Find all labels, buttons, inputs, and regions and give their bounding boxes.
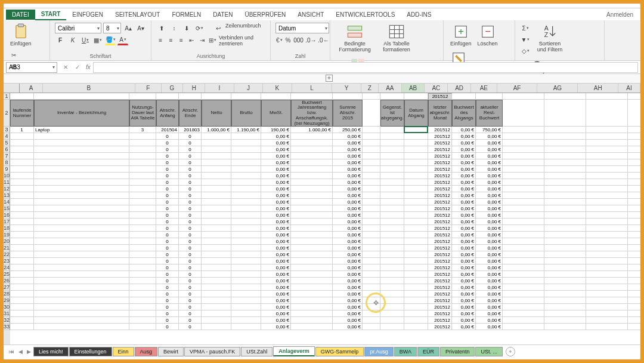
colhead-AC[interactable]: AC [425,84,448,93]
rowhead-2[interactable]: 2 [4,100,10,127]
tab-nav-first[interactable]: ⏮ [7,349,16,355]
colhead-F[interactable]: F [135,84,162,93]
tab-einfuegen[interactable]: EINFÜGEN [66,10,109,20]
rowhead-32[interactable]: 32 [4,317,10,324]
rowhead-29[interactable]: 29 [4,297,10,304]
sheet-tab-ausg[interactable]: Ausg [135,347,158,356]
rowhead-18[interactable]: 18 [4,225,10,232]
underline-button[interactable]: U [80,35,91,45]
colhead-L[interactable]: L [292,84,333,93]
clear-button[interactable]: ◇ [520,45,531,56]
rowhead-15[interactable]: 15 [4,205,10,212]
rowhead-25[interactable]: 25 [4,271,10,278]
tab-seitenlayout[interactable]: SEITENLAYOUT [109,10,166,20]
percent-button[interactable]: % [285,35,292,45]
sheet-tab-e-r[interactable]: EÜR [417,347,439,356]
sheet-tab-gwg-sammelp[interactable]: GWG-Sammelp [315,347,364,356]
rowhead-30[interactable]: 30 [4,304,10,310]
indent-decrease-button[interactable]: ⇤ [187,35,196,45]
rowhead-11[interactable]: 11 [4,179,10,186]
rowhead-6[interactable]: 6 [4,146,10,153]
border-button[interactable]: ▦ [92,35,103,45]
colhead-AE[interactable]: AE [471,84,497,93]
format-as-table-button[interactable]: Als Tabelle formatieren [377,23,416,53]
sheet-tab-pr-ausg[interactable]: pr.Ausg [364,347,394,356]
decimal-increase-button[interactable]: .0→ [305,35,316,45]
sheet-tab-anlageverm[interactable]: Anlageverm [273,346,315,356]
rowhead-5[interactable]: 5 [4,140,10,146]
sheet-tab-bewirt[interactable]: Bewirt [158,347,184,356]
colhead-AB[interactable]: AB [402,84,425,93]
rowhead-19[interactable]: 19 [4,232,10,238]
rowhead-21[interactable]: 21 [4,245,10,251]
colhead-G[interactable]: G [162,84,184,93]
orientation-button[interactable]: ⟳ [194,23,205,33]
colhead-Y[interactable]: Y [332,84,361,93]
align-center-button[interactable]: ≡ [166,35,175,45]
enter-formula-icon[interactable]: ✓ [73,64,82,70]
sort-filter-button[interactable]: AZ Sortieren und Filtern [533,23,566,53]
rowhead-27[interactable]: 27 [4,284,10,291]
italic-button[interactable]: K [67,35,78,45]
rowhead-17[interactable]: 17 [4,219,10,225]
fx-icon[interactable]: fx [86,64,91,70]
sheet-tab-vpma-pausch-fk[interactable]: VPMA - pausch.FK [184,347,240,356]
delete-cells-button[interactable]: − Löschen [476,23,500,47]
tab-ueberpruefen[interactable]: ÜBERPRÜFEN [239,10,292,20]
rowhead-13[interactable]: 13 [4,192,10,199]
sheet-tab-einn[interactable]: Einn [113,347,134,356]
rowhead-24[interactable]: 24 [4,264,10,271]
rowhead-33[interactable]: 33 [4,324,10,330]
sheet-tab-bwa[interactable]: BWA [394,347,417,356]
thousands-button[interactable]: 000 [293,35,304,45]
tab-nav-next[interactable]: ▶ [25,349,33,355]
group-expand-button[interactable]: + [326,75,333,82]
rowhead-1[interactable]: 1 [4,93,10,100]
add-sheet-button[interactable]: + [506,347,515,356]
rowhead-7[interactable]: 7 [4,153,10,159]
paste-button[interactable]: Einfügen [8,23,33,47]
currency-button[interactable]: € [275,35,283,45]
colhead-AA[interactable]: AA [379,84,402,93]
number-format-combo[interactable]: Datum [275,23,329,33]
tab-addins[interactable]: ADD-INS [401,10,437,20]
rowhead-4[interactable]: 4 [4,133,10,140]
align-bottom-button[interactable]: ⬇ [181,23,192,33]
name-box[interactable]: AB3 [6,62,57,73]
insert-cells-button[interactable]: + Einfügen [448,23,473,47]
tab-file[interactable]: DATEI [6,10,35,20]
rowhead-20[interactable]: 20 [4,238,10,245]
decrease-font-button[interactable]: A▾ [135,23,146,33]
increase-font-button[interactable]: A▴ [123,23,134,33]
tab-daten[interactable]: DATEN [207,10,239,20]
colhead-AD[interactable]: AD [448,84,471,93]
colhead-I[interactable]: I [205,84,234,93]
align-top-button[interactable]: ⬆ [156,23,167,33]
rowhead-8[interactable]: 8 [4,159,10,166]
merge-button[interactable]: ⊞ [208,35,217,45]
colhead-A[interactable]: A [20,84,43,93]
autosum-button[interactable]: Σ [520,23,531,33]
colhead-H[interactable]: H [183,84,205,93]
row-headers[interactable]: 1234567891011121314151617181920212223242… [4,93,10,357]
rowhead-31[interactable]: 31 [4,310,10,317]
colhead-B[interactable]: B [43,84,135,93]
decimal-decrease-button[interactable]: .0← [318,35,329,45]
colhead-AG[interactable]: AG [537,84,578,93]
wrap-text-button[interactable]: ↩ [213,23,224,33]
sheet-tab-lies-mich-[interactable]: Lies mich! [33,347,69,356]
bold-button[interactable]: F [55,35,66,45]
sheet-tab-einstellungen[interactable]: Einstellungen [69,347,112,356]
colhead-K[interactable]: K [263,84,292,93]
rowhead-22[interactable]: 22 [4,251,10,258]
font-name-combo[interactable]: Calibri [55,23,101,33]
rowhead-23[interactable]: 23 [4,258,10,264]
rowhead-12[interactable]: 12 [4,186,10,192]
indent-increase-button[interactable]: ⇥ [198,35,206,45]
colhead-AH[interactable]: AH [578,84,618,93]
signin-link[interactable]: Anmelden [606,11,638,18]
sheet-tab-ust-zahl[interactable]: USt.Zahl [241,347,273,356]
align-middle-button[interactable]: ↕ [169,23,179,33]
formula-input[interactable] [93,62,638,73]
cut-button[interactable]: ✂ [8,50,19,60]
